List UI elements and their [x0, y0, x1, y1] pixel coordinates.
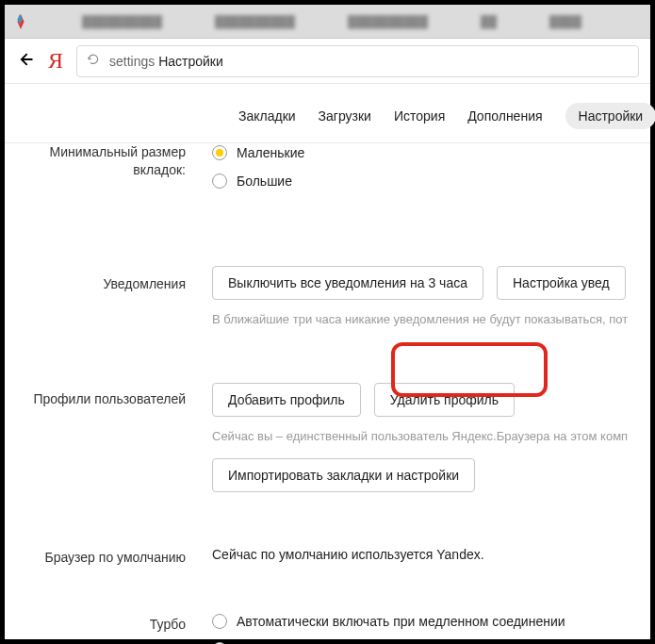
- settings-nav: Закладки Загрузки История Дополнения Нас…: [5, 84, 650, 143]
- turbo-label: Турбо: [24, 614, 212, 644]
- min-tab-size-label: Минимальный размер вкладок:: [24, 143, 212, 202]
- omnibox[interactable]: settings Настройки: [76, 45, 639, 77]
- radio-icon: [212, 614, 227, 629]
- mute-notifications-button[interactable]: Выключить все уведомления на 3 часа: [212, 266, 483, 300]
- toolbar: Я settings Настройки: [5, 39, 650, 84]
- default-browser-label: Браузер по умолчанию: [24, 547, 212, 567]
- radio-large[interactable]: Большие: [212, 173, 631, 189]
- delete-profile-button[interactable]: Удалить профиль: [374, 383, 515, 417]
- settings-content: Минимальный размер вкладок: Маленькие Бо…: [5, 143, 650, 644]
- nav-bookmarks[interactable]: Закладки: [238, 108, 296, 124]
- back-icon[interactable]: [16, 50, 35, 72]
- section-turbo: Турбо Автоматически включать при медленн…: [5, 604, 650, 644]
- nav-settings[interactable]: Настройки: [565, 103, 655, 129]
- import-bookmarks-button[interactable]: Импортировать закладки и настройки: [212, 458, 475, 492]
- radio-icon: [212, 173, 227, 189]
- add-profile-button[interactable]: Добавить профиль: [212, 383, 361, 417]
- tab-label-1[interactable]: ██████████: [82, 15, 162, 28]
- tab-label-2[interactable]: ██████████: [215, 15, 295, 28]
- omnibox-text: settings Настройки: [109, 54, 223, 69]
- tab-label-5[interactable]: ████: [549, 15, 581, 28]
- radio-icon: [212, 145, 227, 160]
- nav-history[interactable]: История: [394, 108, 445, 124]
- radio-small[interactable]: Маленькие: [212, 145, 631, 160]
- section-notifications: Уведомления Выключить все уведомления на…: [5, 256, 650, 338]
- default-browser-text: Сейчас по умолчанию используется Yandex.: [212, 547, 631, 562]
- radio-turbo-auto[interactable]: Автоматически включать при медленном сое…: [212, 614, 631, 629]
- configure-notifications-button[interactable]: Настройка увед: [497, 266, 626, 300]
- section-default-browser: Браузер по умолчанию Сейчас по умолчанию…: [5, 537, 650, 576]
- profiles-label: Профили пользователей: [24, 383, 212, 492]
- nav-downloads[interactable]: Загрузки: [319, 108, 371, 124]
- notifications-hint: В ближайшие три часа никакие уведомления…: [212, 311, 631, 328]
- tab-label-4[interactable]: ██: [481, 15, 497, 28]
- reload-icon[interactable]: [87, 53, 100, 69]
- notifications-label: Уведомления: [24, 266, 212, 328]
- tab-label-3[interactable]: ██████████: [348, 15, 428, 28]
- tab-favicon-0[interactable]: [12, 13, 29, 30]
- section-min-tab-size: Минимальный размер вкладок: Маленькие Бо…: [5, 143, 650, 211]
- tab-strip: ██████████ ██████████ ██████████ ██ ████: [5, 5, 650, 39]
- section-profiles: Профили пользователей Добавить профиль У…: [5, 373, 650, 502]
- profiles-hint: Сейчас вы – единственный пользователь Ян…: [212, 428, 631, 445]
- nav-extensions[interactable]: Дополнения: [467, 108, 542, 124]
- yandex-logo[interactable]: Я: [48, 48, 63, 74]
